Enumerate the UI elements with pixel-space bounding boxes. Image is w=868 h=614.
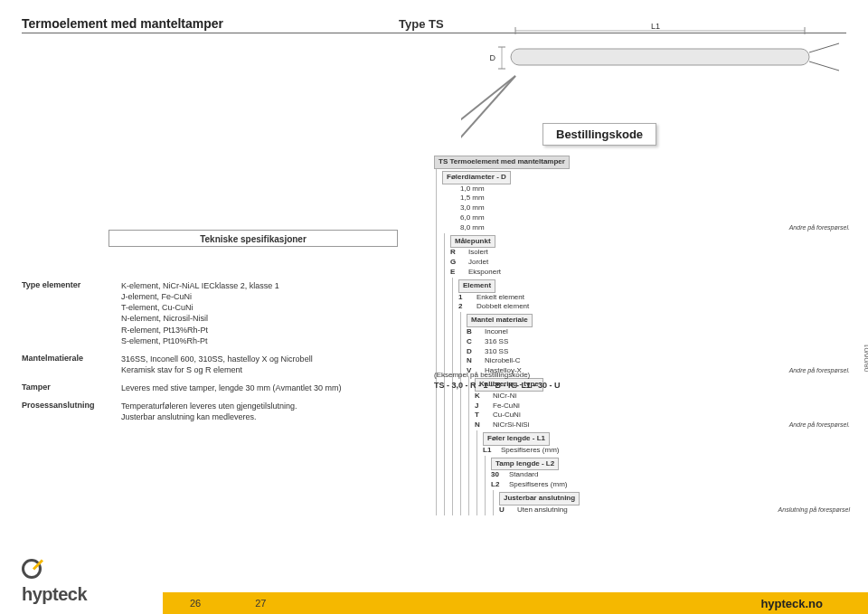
tree-mantle-header: Mantel materiale bbox=[467, 314, 533, 327]
spec-value: K-element, NiCr-NiAL IECklasse 2, klasse… bbox=[121, 280, 401, 346]
ordering-code-title: Bestillingskode bbox=[542, 123, 656, 146]
page-footer: hypteck 26 27 hypteck.no bbox=[0, 567, 868, 614]
tree-adjust-header: Justerbar anslutning bbox=[499, 492, 580, 505]
ordering-tree: TS Termoelement med manteltamper Følerdi… bbox=[434, 154, 850, 515]
spec-row: Type elementer K-element, NiCr-NiAL IECk… bbox=[22, 280, 401, 346]
tree-root-code: TS bbox=[439, 157, 448, 165]
datasheet-page: Termoelement med manteltamper Type TS L1… bbox=[0, 0, 868, 33]
spec-label: Type elementer bbox=[22, 280, 112, 346]
dim-d-label: D bbox=[490, 53, 496, 62]
page-number-left: 26 bbox=[190, 598, 201, 609]
spec-box: Tekniske spesifikasjoner bbox=[108, 230, 398, 247]
svg-rect-6 bbox=[511, 49, 809, 65]
type-label: Type TS bbox=[399, 17, 444, 31]
tree-root-label: Termoelement med manteltamper bbox=[449, 157, 564, 165]
page-title: Termoelement med manteltamper bbox=[22, 16, 223, 31]
tree-row: 1,0 mm bbox=[442, 184, 850, 194]
logo-icon bbox=[22, 559, 42, 579]
dim-l1-label: L1 bbox=[651, 22, 660, 31]
footer-domain: hypteck.no bbox=[760, 597, 823, 610]
tree-measuring-header: Målepunkt bbox=[450, 235, 495, 249]
example-code: TS - 3,0 - R - 1 - B - K - L1 - 30 - U bbox=[434, 381, 561, 390]
page-number-right: 27 bbox=[255, 598, 266, 609]
svg-line-9 bbox=[461, 76, 515, 148]
spec-table: Type elementer K-element, NiCr-NiAL IECk… bbox=[22, 280, 401, 430]
tree-diameter-header: Følerdiameter - D bbox=[442, 171, 511, 184]
example-block: (Eksempel på bestillingskode) TS - 3,0 -… bbox=[434, 371, 561, 390]
example-label: (Eksempel på bestillingskode) bbox=[434, 371, 561, 379]
spec-box-title: Tekniske spesifikasjoner bbox=[194, 234, 312, 244]
tree-tamplen-header: Tamp lengde - L2 bbox=[491, 458, 559, 471]
brand-text: hypteck bbox=[22, 584, 87, 604]
tree-root: TS Termoelement med manteltamper bbox=[434, 156, 570, 169]
side-date: 08/06/01 bbox=[863, 344, 868, 372]
svg-line-8 bbox=[809, 61, 839, 71]
tree-sensorlen-header: Føler lengde - L1 bbox=[483, 432, 550, 446]
footer-bar: 26 27 hypteck.no bbox=[163, 592, 868, 614]
brand-logo: hypteck bbox=[0, 559, 163, 614]
tree-element-header: Element bbox=[458, 279, 495, 293]
svg-line-7 bbox=[809, 43, 839, 52]
